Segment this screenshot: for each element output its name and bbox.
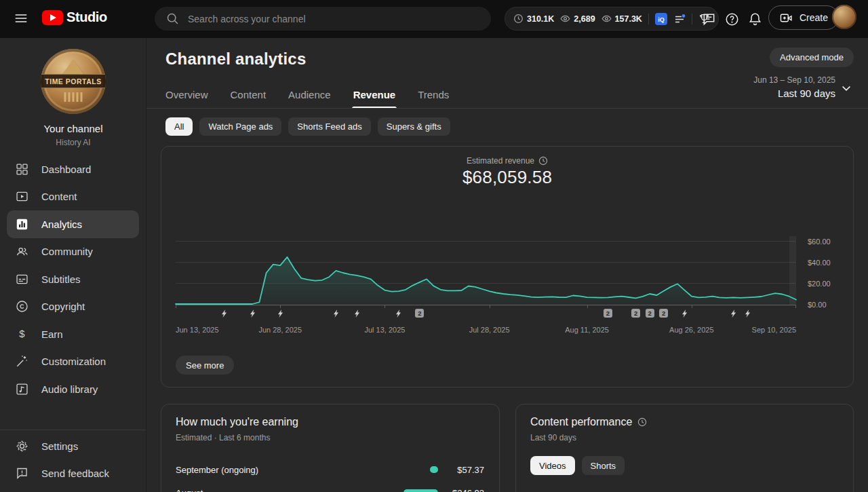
x-axis-tick	[384, 305, 385, 308]
channel-subtitle: History AI	[0, 138, 146, 147]
sidebar-item-earn[interactable]: $ Earn	[0, 320, 146, 348]
stat-subscribers: 2,689	[560, 14, 595, 24]
account-avatar[interactable]	[832, 5, 856, 29]
chevron-down-icon[interactable]	[840, 81, 853, 95]
sidebar-item-customization[interactable]: Customization	[0, 348, 146, 376]
chip-shorts[interactable]: Shorts	[582, 456, 625, 475]
wand-icon	[14, 354, 30, 368]
help-button[interactable]	[722, 9, 742, 29]
youtube-play-icon	[42, 10, 63, 25]
search-input[interactable]	[188, 14, 480, 24]
sidebar: TIME PORTALS Your channel History AI Das…	[0, 38, 146, 492]
shorts-publish-marker[interactable]	[743, 309, 752, 318]
sidebar-item-settings[interactable]: Settings	[0, 432, 146, 460]
revenue-filter-chips: All Watch Page ads Shorts Feed ads Super…	[165, 117, 450, 136]
clock-info-icon[interactable]	[538, 156, 548, 166]
content-performance-card: Content performance Last 90 days Videos …	[515, 404, 854, 492]
shorts-publish-marker[interactable]	[332, 309, 340, 318]
avatar-band-text: TIME PORTALS	[41, 74, 106, 88]
video-count-marker[interactable]: 2	[659, 309, 668, 318]
y-axis-label: $40.00	[808, 259, 831, 267]
question-icon	[724, 12, 740, 27]
feedback-history-button[interactable]	[698, 9, 719, 29]
video-count-marker[interactable]: 2	[646, 309, 654, 318]
metric-header: Estimated revenue	[161, 156, 853, 166]
chip-videos[interactable]: Videos	[530, 456, 575, 475]
x-axis-label: Sep 10, 2025	[752, 326, 796, 334]
performance-card-title: Content performance	[530, 416, 647, 428]
shorts-publish-marker[interactable]	[276, 309, 285, 318]
svg-text:$: $	[19, 328, 25, 339]
y-axis-label: $0.00	[808, 301, 827, 309]
sidebar-item-audio-library[interactable]: Audio library	[0, 375, 146, 403]
youtube-studio-logo[interactable]: Studio	[42, 10, 107, 25]
earnings-card-title: How much you're earning	[176, 416, 298, 428]
earnings-bar	[430, 466, 438, 473]
sidebar-footer: Settings Send feedback	[0, 432, 146, 487]
shorts-publish-marker[interactable]	[220, 309, 229, 318]
chip-watch-page-ads[interactable]: Watch Page ads	[199, 117, 281, 136]
eye-icon	[601, 14, 612, 24]
shorts-publish-marker[interactable]	[729, 309, 738, 318]
shorts-publish-marker[interactable]	[394, 309, 403, 318]
gear-icon	[14, 439, 30, 453]
analytics-tabs: Overview Content Audience Revenue Trends	[165, 88, 449, 109]
main-content: Channel analytics Advanced mode Overview…	[146, 38, 868, 492]
shorts-publish-marker[interactable]	[248, 309, 257, 318]
metric-value: $68,059.58	[161, 167, 853, 188]
channel-name: Your channel	[0, 123, 146, 134]
columns-graphic	[64, 92, 83, 102]
channel-avatar[interactable]: TIME PORTALS	[41, 49, 106, 114]
chip-supers-gifts[interactable]: Supers & gifts	[378, 117, 450, 136]
create-video-icon	[779, 11, 793, 25]
search-icon	[165, 12, 180, 26]
shorts-publish-marker[interactable]	[680, 309, 689, 318]
sidebar-item-dashboard[interactable]: Dashboard	[0, 155, 146, 183]
create-button[interactable]: Create	[768, 5, 839, 30]
sidebar-nav: Dashboard Content Analytics Community Su…	[0, 155, 146, 403]
rank-list-icon[interactable]	[673, 13, 686, 25]
chip-shorts-feed-ads[interactable]: Shorts Feed ads	[288, 117, 370, 136]
tab-trends[interactable]: Trends	[418, 88, 449, 109]
date-preset-text: Last 90 days	[753, 88, 835, 99]
content-icon	[14, 189, 30, 204]
sidebar-item-subtitles[interactable]: Subtitles	[0, 265, 146, 293]
stat-watch-time: 310.1K	[513, 14, 554, 24]
channel-stats-pill: 310.1K 2,689 157.3K iQ	[505, 7, 719, 31]
estimated-revenue-card: Estimated revenue $68,059.58	[161, 146, 854, 387]
music-note-icon	[14, 382, 30, 396]
notifications-button[interactable]	[745, 9, 765, 29]
date-range-selector[interactable]: Jun 13 – Sep 10, 2025 Last 90 days	[753, 75, 835, 99]
sidebar-item-send-feedback[interactable]: Send feedback	[0, 460, 146, 488]
x-axis-tick	[587, 305, 588, 308]
tab-revenue[interactable]: Revenue	[353, 88, 396, 109]
performance-chips: Videos Shorts	[530, 456, 625, 475]
x-axis-tick	[176, 305, 176, 308]
sidebar-item-content[interactable]: Content	[0, 183, 146, 211]
clock-info-icon[interactable]	[637, 417, 647, 427]
earnings-row: August $246.93	[176, 481, 484, 492]
earnings-bar	[403, 489, 438, 492]
video-count-marker[interactable]: 2	[631, 309, 640, 318]
sidebar-item-copyright[interactable]: Copyright	[0, 293, 146, 321]
logo-text: Studio	[66, 10, 107, 25]
video-count-marker[interactable]: 2	[604, 309, 612, 318]
tab-overview[interactable]: Overview	[165, 88, 208, 109]
page-title: Channel analytics	[165, 50, 306, 69]
see-more-button[interactable]: See more	[176, 356, 234, 375]
shorts-publish-marker[interactable]	[353, 309, 361, 318]
copyright-icon	[14, 299, 30, 314]
tab-content[interactable]: Content	[231, 88, 267, 109]
divider	[692, 14, 692, 24]
chip-all[interactable]: All	[165, 117, 193, 136]
advanced-mode-button[interactable]: Advanced mode	[770, 48, 854, 67]
menu-button[interactable]	[12, 11, 30, 27]
subtitles-icon	[14, 272, 30, 286]
vidiq-badge-icon[interactable]: iQ	[655, 13, 667, 25]
sidebar-item-community[interactable]: Community	[0, 238, 146, 266]
tab-audience[interactable]: Audience	[288, 88, 331, 109]
markers-row: 22222	[176, 309, 796, 318]
video-count-marker[interactable]: 2	[415, 309, 424, 318]
y-axis-label: $20.00	[808, 280, 831, 288]
sidebar-item-analytics[interactable]: Analytics	[7, 210, 139, 238]
